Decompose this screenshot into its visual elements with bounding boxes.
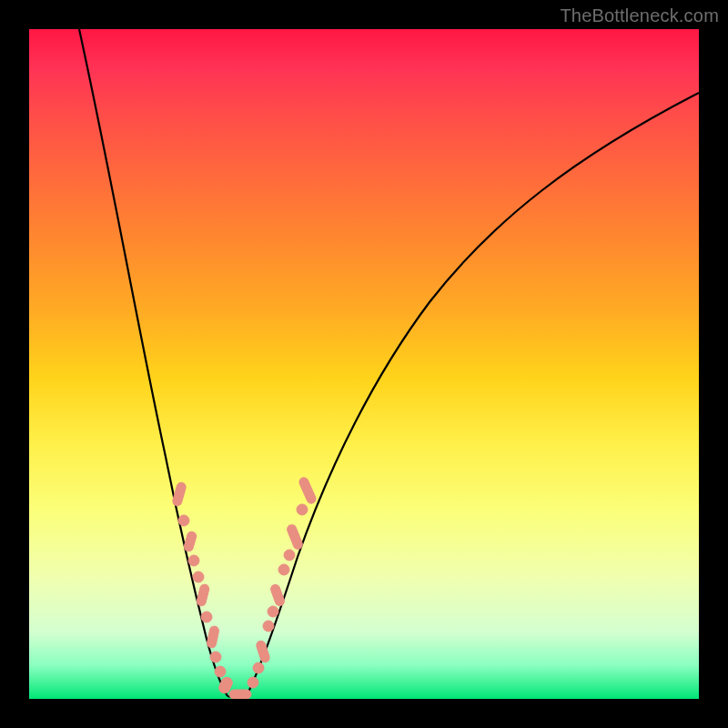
svg-point-4 bbox=[193, 571, 204, 582]
plot-area bbox=[29, 29, 699, 699]
watermark-text: TheBottleneck.com bbox=[560, 5, 719, 26]
svg-point-21 bbox=[297, 504, 308, 515]
marker-cluster-right bbox=[248, 476, 318, 688]
svg-point-8 bbox=[210, 652, 221, 662]
svg-point-19 bbox=[284, 550, 295, 561]
svg-rect-20 bbox=[286, 523, 304, 551]
svg-point-12 bbox=[248, 677, 258, 688]
svg-point-9 bbox=[215, 666, 226, 677]
marker-cluster-left bbox=[172, 481, 251, 699]
svg-rect-5 bbox=[196, 583, 210, 607]
svg-point-3 bbox=[188, 555, 199, 566]
svg-rect-22 bbox=[298, 476, 317, 504]
svg-rect-17 bbox=[269, 583, 286, 607]
svg-rect-11 bbox=[229, 690, 251, 699]
svg-point-16 bbox=[268, 606, 278, 617]
curve-right-branch bbox=[246, 93, 699, 698]
svg-point-18 bbox=[278, 564, 289, 575]
svg-rect-7 bbox=[207, 625, 220, 649]
svg-rect-2 bbox=[183, 531, 197, 552]
svg-point-6 bbox=[201, 612, 212, 622]
chart-frame: TheBottleneck.com bbox=[0, 0, 728, 728]
svg-point-1 bbox=[178, 515, 189, 526]
chart-svg bbox=[29, 29, 699, 699]
svg-point-15 bbox=[263, 621, 274, 632]
svg-point-13 bbox=[253, 662, 264, 673]
